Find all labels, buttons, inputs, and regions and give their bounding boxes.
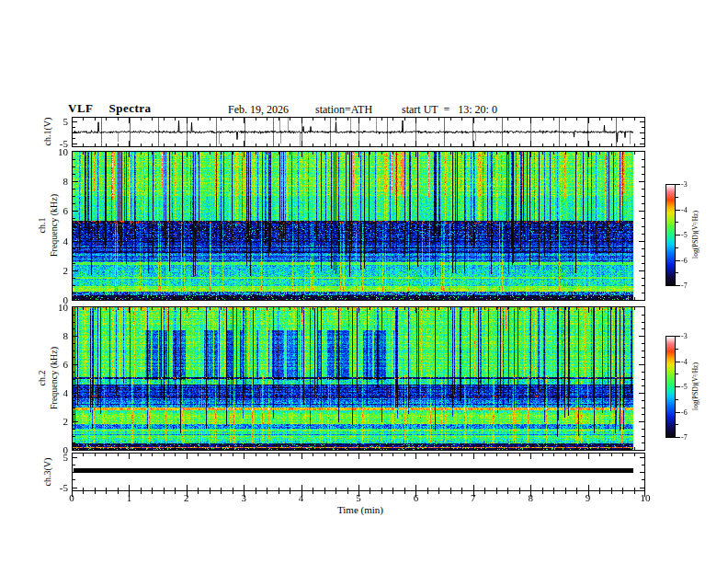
tick-mark — [336, 118, 336, 121]
tick-mark — [642, 234, 644, 235]
tick-mark — [164, 447, 165, 450]
tick-mark — [73, 336, 78, 337]
plot-title: VLF Spectra — [68, 101, 152, 116]
tick-mark — [301, 141, 302, 146]
tick-mark — [484, 152, 485, 155]
tick-mark — [542, 454, 543, 456]
tick-mark — [565, 447, 566, 450]
tick-mark — [370, 152, 370, 155]
tick-mark — [164, 152, 165, 155]
tick-mark — [415, 307, 416, 313]
tick-mark — [438, 144, 439, 146]
tick-mark — [507, 488, 508, 490]
tick-mark — [530, 485, 531, 490]
tick-mark — [313, 297, 313, 300]
tick-mark — [530, 118, 531, 123]
tick-mark — [542, 152, 543, 155]
tick-mark — [141, 447, 142, 450]
tick-mark — [164, 297, 165, 300]
tick-mark — [290, 307, 290, 310]
tick-mark — [244, 307, 245, 313]
tick-mark — [496, 447, 497, 450]
frequency-tick-label: 2 — [37, 416, 68, 427]
tick-mark — [461, 447, 462, 450]
tick-mark — [187, 444, 188, 450]
tick-mark — [83, 307, 84, 310]
tick-mark — [642, 218, 644, 219]
tick-mark — [141, 488, 142, 490]
tick-mark — [73, 121, 77, 122]
tick-mark — [576, 152, 577, 155]
tick-mark — [507, 447, 508, 450]
tick-mark — [507, 454, 508, 456]
tick-mark — [164, 307, 165, 310]
tick-mark — [530, 454, 531, 459]
tick-mark — [129, 118, 130, 123]
tick-mark — [634, 447, 635, 450]
tick-mark — [324, 152, 325, 155]
tick-mark — [73, 400, 75, 401]
tick-mark — [611, 447, 612, 450]
tick-mark — [642, 315, 644, 316]
tick-mark — [347, 454, 348, 456]
tick-mark — [198, 297, 199, 300]
tick-mark — [676, 336, 680, 337]
tick-mark — [676, 373, 678, 374]
tick-mark — [611, 118, 612, 121]
tick-mark — [73, 414, 75, 415]
frequency-tick-label: 4 — [37, 387, 68, 398]
tick-mark — [404, 118, 405, 121]
tick-mark — [267, 447, 267, 450]
tick-mark — [73, 285, 75, 286]
tick-mark — [642, 263, 644, 264]
tick-mark — [461, 488, 462, 490]
tick-mark — [141, 144, 142, 146]
tick-mark — [198, 307, 199, 310]
tick-mark — [347, 152, 348, 155]
tick-mark — [427, 454, 428, 456]
tick-mark — [73, 364, 78, 365]
tick-mark — [301, 307, 302, 313]
tick-mark — [233, 454, 233, 456]
vlf-spectra-screen: VLF Spectra Feb. 19, 2026 station=ATH st… — [0, 0, 728, 563]
tick-mark — [73, 144, 77, 144]
tick-mark — [336, 307, 336, 310]
tick-mark — [473, 454, 474, 459]
tick-mark — [642, 226, 644, 227]
tick-mark — [73, 442, 75, 443]
tick-mark — [106, 118, 107, 121]
tick-mark — [553, 488, 554, 490]
tick-mark — [496, 297, 497, 300]
ch2-spectrogram-canvas — [73, 307, 633, 450]
tick-mark — [267, 152, 267, 155]
time-tick-label: 9 — [574, 492, 602, 503]
start-ut-label: start UT = 13: 20: 0 — [402, 103, 497, 117]
tick-mark — [73, 263, 75, 264]
tick-mark — [381, 307, 382, 310]
tick-mark — [450, 491, 451, 494]
tick-mark — [450, 488, 451, 490]
tick-mark — [634, 488, 635, 490]
tick-mark — [530, 141, 531, 146]
colorbar-ch1-tick-label: -5 — [681, 231, 696, 239]
tick-mark — [576, 454, 577, 456]
tick-mark — [438, 297, 439, 300]
tick-mark — [576, 144, 577, 146]
voltage-tick-label: -5 — [42, 138, 68, 149]
tick-mark — [290, 454, 290, 456]
tick-mark — [267, 307, 267, 310]
tick-mark — [198, 144, 199, 146]
tick-mark — [221, 491, 222, 494]
tick-mark — [73, 226, 75, 227]
tick-mark — [347, 118, 348, 121]
tick-mark — [73, 488, 77, 488]
tick-mark — [106, 144, 107, 146]
tick-mark — [129, 485, 130, 490]
tick-mark — [484, 297, 485, 300]
tick-mark — [301, 152, 302, 157]
tick-mark — [233, 152, 233, 155]
tick-mark — [187, 454, 188, 459]
ch1-spectrogram-panel — [72, 151, 645, 301]
tick-mark — [73, 385, 75, 386]
tick-mark — [83, 118, 84, 121]
